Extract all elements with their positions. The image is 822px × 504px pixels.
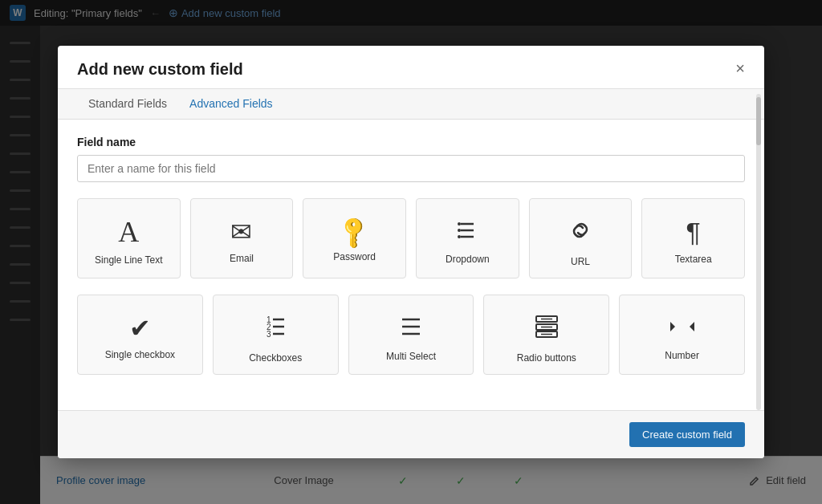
tabs-container: Standard Fields Advanced Fields — [58, 89, 764, 120]
field-name-input[interactable] — [77, 155, 745, 182]
svg-text:3: 3 — [267, 330, 271, 339]
textarea-icon: ¶ — [686, 218, 701, 246]
field-type-url[interactable]: URL — [529, 198, 633, 278]
dropdown-label: Dropdown — [446, 254, 490, 265]
scroll-track[interactable] — [756, 94, 761, 410]
textarea-label: Textarea — [675, 254, 712, 265]
modal-title: Add new custom field — [77, 60, 745, 79]
single-line-text-icon: A — [118, 217, 139, 246]
radio-buttons-icon — [533, 313, 560, 344]
field-type-checkboxes[interactable]: 1 2 3 Checkboxes — [213, 295, 339, 375]
url-icon — [567, 217, 594, 248]
field-types-row1: A Single Line Text ✉ Email 🔑 Password — [77, 198, 745, 278]
checkboxes-icon: 1 2 3 — [262, 313, 289, 344]
svg-marker-21 — [670, 322, 675, 331]
field-type-radio-buttons[interactable]: Radio buttons — [483, 295, 609, 375]
field-type-password[interactable]: 🔑 Password — [303, 198, 406, 278]
field-type-dropdown[interactable]: Dropdown — [416, 198, 519, 278]
field-type-number[interactable]: Number — [619, 295, 745, 375]
tab-standard-fields[interactable]: Standard Fields — [77, 89, 178, 120]
field-types-row2: ✔ Single checkbox 1 2 3 Checkboxes — [77, 295, 745, 375]
svg-point-1 — [458, 222, 461, 226]
dropdown-icon — [454, 219, 480, 246]
modal-close-button[interactable]: × — [730, 59, 750, 78]
svg-point-3 — [458, 229, 461, 232]
create-custom-field-button[interactable]: Create custom field — [629, 422, 745, 447]
field-type-single-checkbox[interactable]: ✔ Single checkbox — [77, 295, 203, 375]
field-name-label: Field name — [77, 136, 745, 148]
field-type-multi-select[interactable]: Multi Select — [348, 295, 474, 375]
svg-point-5 — [458, 235, 461, 238]
field-type-email[interactable]: ✉ Email — [190, 198, 294, 278]
password-icon: 🔑 — [336, 214, 372, 250]
modal-header: Add new custom field × — [58, 46, 764, 89]
email-icon: ✉ — [230, 219, 252, 245]
password-label: Password — [333, 251, 376, 262]
number-icon — [669, 315, 696, 342]
modal-footer: Create custom field — [58, 410, 764, 458]
email-label: Email — [230, 253, 254, 264]
scroll-thumb[interactable] — [756, 97, 761, 145]
field-type-textarea[interactable]: ¶ Textarea — [641, 198, 745, 278]
add-custom-field-modal: Add new custom field × Standard Fields A… — [58, 46, 764, 458]
number-label: Number — [665, 350, 699, 361]
multi-select-label: Multi Select — [386, 351, 436, 362]
svg-marker-22 — [690, 322, 694, 331]
single-line-text-label: Single Line Text — [95, 254, 163, 266]
url-label: URL — [571, 256, 590, 267]
tab-advanced-fields[interactable]: Advanced Fields — [178, 89, 284, 120]
single-checkbox-label: Single checkbox — [105, 349, 175, 360]
single-checkbox-icon: ✔ — [129, 315, 151, 341]
radio-buttons-label: Radio buttons — [517, 352, 576, 364]
modal-body: Field name A Single Line Text ✉ Email 🔑 … — [58, 120, 764, 410]
multi-select-icon — [397, 315, 425, 343]
checkboxes-label: Checkboxes — [249, 352, 302, 364]
field-type-single-line-text[interactable]: A Single Line Text — [77, 198, 181, 278]
